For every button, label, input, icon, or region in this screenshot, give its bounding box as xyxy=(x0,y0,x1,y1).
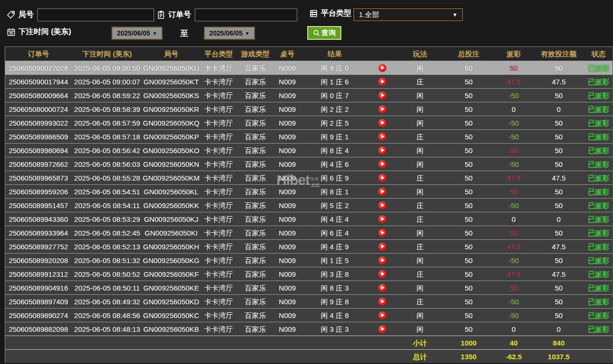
table-row[interactable]: 250605089920208 2025-06-05 08:51:32 GN00… xyxy=(5,253,613,267)
table-row[interactable]: 250605090027028 2025-06-05 09:00:50 GN00… xyxy=(5,61,613,74)
play-replay-icon[interactable] xyxy=(378,188,386,196)
table-row[interactable]: 250605090017944 2025-06-05 09:00:07 GN00… xyxy=(5,74,613,88)
cell-table-number: N009 xyxy=(273,158,302,171)
cell-total-bet: 50 xyxy=(444,295,494,308)
round-number-input[interactable] xyxy=(37,9,154,21)
cell-platform: 卡卡湾厅 xyxy=(200,282,238,294)
cell-game-type: 百家乐 xyxy=(238,75,273,88)
order-number-input[interactable] xyxy=(195,9,297,21)
cell-round-id: GN009256050KO xyxy=(143,144,200,157)
status-badge: 已派彩 xyxy=(584,309,613,322)
play-replay-icon[interactable] xyxy=(378,215,386,223)
table-row[interactable]: 250605089951457 2025-06-05 08:54:11 GN00… xyxy=(5,198,613,212)
play-replay-icon[interactable] xyxy=(378,119,386,127)
summary-total-bet: 1350 xyxy=(444,350,494,363)
cell-valid-bet: 50 xyxy=(534,254,584,267)
cell-platform: 卡卡湾厅 xyxy=(200,227,238,239)
cell-bet-time: 2025-06-05 08:52:13 xyxy=(72,240,143,253)
col-header-game: 游戏类型 xyxy=(238,47,273,60)
cell-game-type: 百家乐 xyxy=(238,282,273,294)
chevron-down-icon: ▼ xyxy=(153,31,157,36)
cell-result: 闲 4 庄 8 xyxy=(302,309,368,322)
play-replay-icon[interactable] xyxy=(378,201,386,209)
cell-platform: 卡卡湾厅 xyxy=(200,213,238,226)
table-row[interactable]: 250605089912312 2025-06-05 08:50:52 GN00… xyxy=(5,267,613,281)
cell-valid-bet: 0 xyxy=(534,103,584,116)
cell-order-id: 250605089904916 xyxy=(5,282,72,294)
table-row[interactable]: 250605089972662 2025-06-05 08:56:03 GN00… xyxy=(5,157,613,171)
table-row[interactable]: 250605089980694 2025-06-05 08:56:42 GN00… xyxy=(5,143,613,157)
search-button[interactable]: 查询 xyxy=(307,26,341,40)
cell-payout: 50 xyxy=(494,227,534,239)
cell-round-id: GN009256050KS xyxy=(143,89,200,102)
play-replay-icon[interactable] xyxy=(378,284,386,292)
table-row[interactable]: 250605089986509 2025-06-05 08:57:18 GN00… xyxy=(5,129,613,143)
date-from-picker[interactable]: 2025/06/05 ▼ xyxy=(111,27,163,40)
play-replay-icon[interactable] xyxy=(378,64,386,72)
tag-icon xyxy=(7,10,16,19)
play-replay-icon[interactable] xyxy=(378,160,386,168)
table-row[interactable]: 250605089965873 2025-06-05 08:55:28 GN00… xyxy=(5,171,613,184)
cell-table-number: N009 xyxy=(273,130,302,143)
play-replay-icon[interactable] xyxy=(378,174,386,182)
cell-payout: 47.5 xyxy=(494,172,534,184)
cell-total-bet: 50 xyxy=(444,103,494,116)
cell-table-number: N009 xyxy=(273,213,302,226)
status-badge: 已派彩 xyxy=(584,185,613,198)
date-from-value: 2025/06/05 xyxy=(117,29,150,37)
play-replay-icon[interactable] xyxy=(378,229,386,237)
cell-platform: 卡卡湾厅 xyxy=(200,130,238,143)
cell-table-number: N009 xyxy=(273,282,302,294)
cell-result: 闲 4 庄 4 xyxy=(302,213,368,226)
platform-type-select[interactable]: 1.全部 ▼ xyxy=(353,8,463,21)
play-replay-icon[interactable] xyxy=(378,146,386,155)
cell-payout: 50 xyxy=(494,282,534,294)
round-number-label: 局号 xyxy=(18,10,34,20)
cell-game-type: 百家乐 xyxy=(238,172,273,184)
cell-total-bet: 50 xyxy=(444,62,494,74)
play-replay-icon[interactable] xyxy=(378,311,386,319)
table-row[interactable]: 250605089927752 2025-06-05 08:52:13 GN00… xyxy=(5,239,613,253)
play-replay-icon[interactable] xyxy=(378,298,386,306)
play-replay-icon[interactable] xyxy=(378,256,386,264)
cell-round-id: GN009256050KI xyxy=(143,227,200,239)
cell-order-id: 250605080000724 xyxy=(5,103,72,116)
date-to-picker[interactable]: 2025/06/05 ▼ xyxy=(204,27,255,40)
cell-bet-time: 2025-06-05 08:56:03 xyxy=(72,158,143,171)
table-row[interactable]: 250605089904916 2025-06-05 08:50:11 GN00… xyxy=(5,281,613,294)
cell-result: 闲 1 庄 6 xyxy=(302,75,368,88)
status-badge: 已派彩 xyxy=(584,240,613,253)
cell-round-id: GN009256050KM xyxy=(143,172,200,184)
table-summary-row: 小计 1000 40 840 xyxy=(5,336,613,349)
table-row[interactable]: 250605089933964 2025-06-05 08:52:45 GN00… xyxy=(5,226,613,239)
table-row[interactable]: 250605089890274 2025-06-05 08:48:56 GN00… xyxy=(5,308,613,322)
cell-play-type: 闲 xyxy=(396,323,444,336)
table-row[interactable]: 250605080000724 2025-06-05 08:58:39 GN00… xyxy=(5,102,613,116)
cell-payout: 47.5 xyxy=(494,240,534,253)
cell-order-id: 250605089920208 xyxy=(5,254,72,267)
table-row[interactable]: 250605089943360 2025-06-05 08:53:29 GN00… xyxy=(5,212,613,226)
cell-table-number: N009 xyxy=(273,254,302,267)
play-replay-icon[interactable] xyxy=(378,270,386,278)
table-row[interactable]: 250605089897409 2025-06-05 08:49:32 GN00… xyxy=(5,294,613,308)
cell-total-bet: 50 xyxy=(444,254,494,267)
table-row[interactable]: 250605089959206 2025-06-05 08:54:51 GN00… xyxy=(5,184,613,198)
cell-valid-bet: 0 xyxy=(534,323,584,336)
play-replay-icon[interactable] xyxy=(378,105,386,113)
play-replay-icon[interactable] xyxy=(378,78,386,86)
cell-game-type: 百家乐 xyxy=(238,199,273,212)
table-row[interactable]: 250605089882098 2025-06-05 08:48:13 GN00… xyxy=(5,322,613,336)
cell-round-id: GN009256050KR xyxy=(143,103,200,116)
cell-game-type: 百家乐 xyxy=(238,227,273,239)
table-row[interactable]: 250605080009664 2025-06-05 08:59:22 GN00… xyxy=(5,88,613,102)
cell-order-id: 250605089927752 xyxy=(5,240,72,253)
play-replay-icon[interactable] xyxy=(378,325,386,333)
cell-game-type: 百家乐 xyxy=(238,309,273,322)
play-replay-icon[interactable] xyxy=(378,243,386,251)
table-row[interactable]: 250605089993022 2025-06-05 08:57:59 GN00… xyxy=(5,116,613,129)
play-replay-icon[interactable] xyxy=(378,133,386,141)
col-header-table: 桌号 xyxy=(273,47,302,60)
cell-total-bet: 50 xyxy=(444,309,494,322)
play-replay-icon[interactable] xyxy=(378,91,386,100)
cell-order-id: 250605089943360 xyxy=(5,213,72,226)
